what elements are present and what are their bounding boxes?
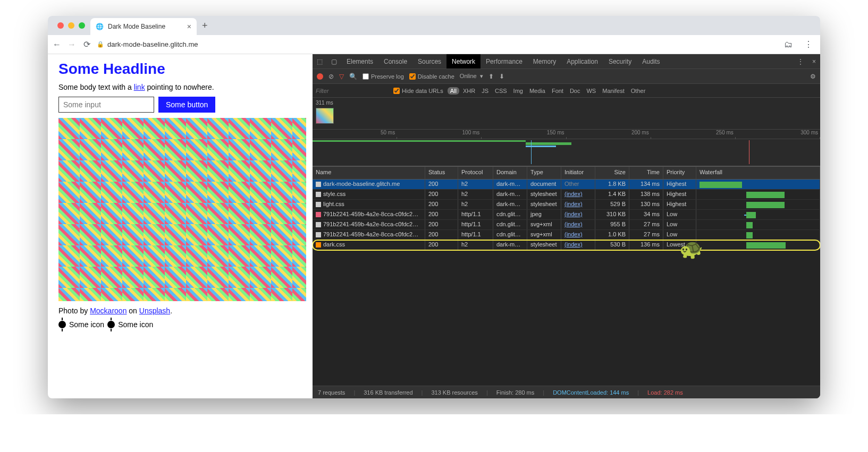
photo-author-link[interactable]: Mockaroon — [90, 306, 127, 315]
bulb-icon — [107, 321, 115, 328]
file-type-icon — [316, 222, 321, 227]
timeline-tick: 150 ms — [482, 130, 566, 139]
file-type-icon — [316, 202, 321, 207]
devtools-tab-elements[interactable]: Elements — [341, 54, 378, 69]
close-tab-icon[interactable]: × — [187, 22, 191, 31]
network-status-bar: 7 requests| 316 KB transferred| 313 KB r… — [313, 386, 820, 398]
disable-cache-checkbox[interactable]: Disable cache — [409, 73, 454, 80]
minimize-window-icon[interactable] — [68, 22, 74, 29]
status-requests: 7 requests — [318, 389, 345, 396]
rendered-page: Some Headline Some body text with a link… — [48, 54, 313, 398]
file-type-icon — [316, 212, 321, 217]
column-header-time[interactable]: Time — [629, 167, 663, 179]
filter-type-all[interactable]: All — [448, 87, 459, 95]
reload-button[interactable]: ⟳ — [82, 39, 91, 49]
network-request-row[interactable]: 791b2241-459b-4a2e-8cca-c0fdc2…200http/1… — [313, 220, 820, 230]
url-text: dark-mode-baseline.glitch.me — [107, 40, 198, 48]
devtools-tab-memory[interactable]: Memory — [528, 54, 561, 69]
status-domcontentloaded: DOMContentLoaded: 144 ms — [553, 389, 629, 396]
network-toolbar: ⊘ ▽ 🔍 Preserve log Disable cache Online … — [313, 69, 820, 84]
device-toggle-icon[interactable]: ▢ — [327, 58, 341, 65]
column-header-size[interactable]: Size — [595, 167, 629, 179]
filter-type-css[interactable]: CSS — [492, 87, 510, 95]
upload-icon[interactable]: ⬆ — [488, 73, 494, 80]
devtools-menu-icon[interactable]: ⋮ — [793, 58, 808, 65]
network-request-row[interactable]: style.css200h2dark-mo…stylesheet(index)1… — [313, 190, 820, 200]
devtools-panel: ⬚ ▢ ElementsConsoleSourcesNetworkPerform… — [313, 54, 820, 398]
timeline-tick: 250 ms — [651, 130, 736, 139]
filter-type-xhr[interactable]: XHR — [460, 87, 478, 95]
throttle-select[interactable]: Online ▾ — [460, 73, 483, 80]
browser-tab[interactable]: 🌐 Dark Mode Baseline × — [90, 18, 197, 35]
photo-source-link[interactable]: Unsplash — [139, 306, 170, 315]
timeline-tick: 50 ms — [313, 130, 397, 139]
column-header-protocol[interactable]: Protocol — [458, 167, 493, 179]
network-request-row[interactable]: 791b2241-459b-4a2e-8cca-c0fdc2…200http/1… — [313, 230, 820, 240]
filter-type-doc[interactable]: Doc — [567, 87, 583, 95]
inspect-icon[interactable]: ⬚ — [313, 58, 327, 65]
network-request-row[interactable]: 791b2241-459b-4a2e-8cca-c0fdc2…200http/1… — [313, 210, 820, 220]
close-window-icon[interactable] — [57, 22, 64, 29]
column-header-domain[interactable]: Domain — [493, 167, 527, 179]
page-body: Some body text with a link pointing to n… — [58, 83, 302, 91]
timeline-tick: 100 ms — [397, 130, 482, 139]
devtools-tab-application[interactable]: Application — [561, 54, 603, 69]
tab-title: Dark Mode Baseline — [108, 23, 165, 30]
devtools-tab-console[interactable]: Console — [378, 54, 412, 69]
filter-type-media[interactable]: Media — [527, 87, 548, 95]
turtle-icon: 🐢 — [679, 238, 703, 260]
extensions-icon[interactable]: 🗂 — [781, 40, 796, 49]
filter-type-js[interactable]: JS — [479, 87, 491, 95]
filter-type-img[interactable]: Img — [511, 87, 526, 95]
preserve-log-checkbox[interactable]: Preserve log — [363, 73, 404, 80]
menu-icon[interactable]: ⋮ — [801, 39, 816, 49]
load-marker — [749, 140, 749, 164]
network-request-row[interactable]: dark.css200h2dark-mo…stylesheet(index)53… — [313, 240, 820, 250]
maximize-window-icon[interactable] — [79, 22, 85, 29]
devtools-tab-security[interactable]: Security — [603, 54, 637, 69]
column-header-priority[interactable]: Priority — [663, 167, 696, 179]
hide-data-urls-checkbox[interactable]: Hide data URLs — [393, 88, 443, 94]
filter-toggle-icon[interactable]: ▽ — [339, 73, 344, 80]
filter-type-font[interactable]: Font — [549, 87, 566, 95]
browser-window: 🌐 Dark Mode Baseline × + ← → ⟳ 🔒 dark-mo… — [48, 16, 820, 398]
submit-button[interactable]: Some button — [158, 97, 215, 113]
sample-image — [58, 118, 306, 301]
devtools-tab-network[interactable]: Network — [446, 54, 481, 69]
filter-type-manifest[interactable]: Manifest — [600, 87, 627, 95]
page-body-link[interactable]: link — [134, 83, 145, 91]
column-header-waterfall[interactable]: Waterfall — [696, 167, 820, 179]
column-header-status[interactable]: Status — [425, 167, 458, 179]
tab-strip: 🌐 Dark Mode Baseline × + — [48, 16, 820, 35]
new-tab-button[interactable]: + — [197, 20, 213, 31]
filter-type-ws[interactable]: WS — [584, 87, 599, 95]
waterfall-timeline[interactable]: 50 ms100 ms150 ms200 ms250 ms300 ms — [313, 130, 820, 167]
column-header-type[interactable]: Type — [527, 167, 561, 179]
form-row: Some button — [58, 97, 302, 113]
filter-type-other[interactable]: Other — [628, 87, 648, 95]
settings-icon[interactable]: ⚙ — [810, 73, 816, 80]
search-icon[interactable]: 🔍 — [349, 73, 357, 80]
devtools-tab-audits[interactable]: Audits — [637, 54, 665, 69]
window-controls — [52, 22, 90, 29]
forward-button[interactable]: → — [67, 40, 77, 49]
column-header-initiator[interactable]: Initiator — [561, 167, 595, 179]
url-field[interactable]: 🔒 dark-mode-baseline.glitch.me — [97, 40, 776, 48]
overview-time-label: 311 ms — [316, 100, 817, 106]
download-icon[interactable]: ⬇ — [499, 73, 504, 80]
network-request-row[interactable]: light.css200h2dark-mo…stylesheet(index)5… — [313, 200, 820, 210]
devtools-tab-performance[interactable]: Performance — [481, 54, 528, 69]
column-header-name[interactable]: Name — [313, 167, 425, 179]
filter-input[interactable] — [315, 87, 389, 95]
network-request-row[interactable]: dark-mode-baseline.glitch.me200h2dark-mo… — [313, 180, 820, 190]
devtools-close-icon[interactable]: × — [808, 58, 820, 65]
timeline-tick: 200 ms — [567, 130, 651, 139]
devtools-tab-sources[interactable]: Sources — [412, 54, 446, 69]
clear-button[interactable]: ⊘ — [328, 73, 334, 80]
record-button[interactable] — [317, 73, 323, 80]
text-input[interactable] — [58, 97, 154, 113]
photo-credit: Photo by Mockaroon on Unsplash. — [58, 306, 302, 315]
back-button[interactable]: ← — [52, 40, 62, 49]
address-bar: ← → ⟳ 🔒 dark-mode-baseline.glitch.me 🗂 ⋮ — [48, 35, 820, 54]
network-overview[interactable]: 311 ms — [313, 98, 820, 130]
